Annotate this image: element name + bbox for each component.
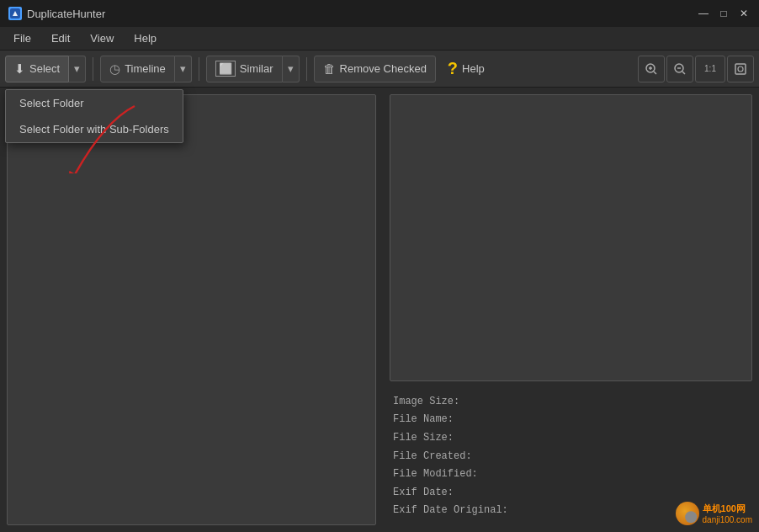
timeline-icon: ◷ [109, 61, 120, 77]
watermark: 单机100网 danji100.com [676, 502, 752, 525]
image-size-row: Image Size: [393, 393, 749, 412]
select-folder-option[interactable]: Select Folder [6, 90, 183, 116]
file-name-row: File Name: [393, 411, 749, 429]
remove-icon: 🗑 [323, 61, 336, 76]
toolbar: ⬇ Select ▾ ◷ Timeline ▾ ⬜ Similar ▾ 🗑 Re… [0, 51, 759, 88]
similar-label: Similar [240, 62, 273, 75]
zoom-1to1-button[interactable]: 1:1 [695, 56, 725, 82]
close-button[interactable]: ✕ [737, 7, 751, 20]
file-created-row: File Created: [393, 448, 749, 466]
file-name-label: File Name: [393, 413, 454, 425]
file-size-label: File Size: [393, 432, 454, 444]
file-list-area[interactable] [7, 94, 376, 525]
watermark-logo [676, 502, 699, 525]
timeline-button[interactable]: ◷ Timeline [100, 56, 175, 82]
svg-rect-8 [735, 64, 746, 74]
exif-date-original-label: Exif Date Original: [393, 504, 508, 516]
preview-area [390, 94, 752, 381]
toolbar-separator-3 [306, 57, 307, 81]
file-modified-row: File Modified: [393, 466, 749, 484]
remove-checked-label: Remove Checked [340, 62, 427, 75]
select-dropdown-menu: Select Folder Select Folder with Sub-Fol… [5, 89, 183, 143]
help-button[interactable]: ? Help [439, 55, 493, 82]
watermark-line2: danji100.com [703, 515, 752, 524]
menu-help[interactable]: Help [124, 29, 167, 48]
menubar: File Edit View Help [0, 27, 759, 51]
zoom-in-button[interactable] [638, 56, 665, 82]
svg-line-4 [654, 72, 656, 74]
chevron-down-icon-2: ▾ [180, 62, 186, 75]
app-icon [8, 7, 22, 20]
toolbar-separator-1 [93, 57, 93, 81]
right-panel: Image Size: File Name: File Size: File C… [383, 88, 759, 532]
similar-button[interactable]: ⬜ Similar [206, 56, 283, 82]
exif-date-label: Exif Date: [393, 487, 454, 498]
menu-file[interactable]: File [3, 29, 41, 48]
remove-checked-button[interactable]: 🗑 Remove Checked [314, 56, 436, 82]
titlebar: DuplicateHunter — □ ✕ [0, 0, 759, 27]
svg-point-9 [738, 66, 743, 72]
left-panel [0, 88, 383, 532]
help-icon: ? [448, 59, 458, 78]
file-created-label: File Created: [393, 450, 472, 462]
zoom-controls: 1:1 [638, 56, 754, 82]
select-dropdown-toggle[interactable]: ▾ [69, 56, 86, 82]
watermark-line1: 单机100网 [703, 503, 746, 515]
select-label: Select [29, 62, 60, 75]
minimize-button[interactable]: — [697, 7, 710, 20]
exif-date-row: Exif Date: [393, 484, 749, 503]
timeline-label: Timeline [125, 62, 166, 75]
select-folder-subfolders-option[interactable]: Select Folder with Sub-Folders [6, 116, 183, 142]
help-label: Help [462, 62, 485, 75]
svg-line-7 [682, 72, 685, 74]
similar-dropdown-toggle[interactable]: ▾ [283, 56, 300, 82]
timeline-dropdown-toggle[interactable]: ▾ [175, 56, 192, 82]
menu-view[interactable]: View [80, 29, 124, 48]
select-icon: ⬇ [14, 61, 25, 77]
menu-edit[interactable]: Edit [41, 29, 80, 48]
file-modified-label: File Modified: [393, 468, 478, 480]
chevron-down-icon: ▾ [74, 62, 80, 75]
zoom-fit-button[interactable] [727, 56, 754, 82]
toolbar-separator-2 [199, 57, 199, 81]
similar-icon: ⬜ [215, 61, 236, 77]
image-size-label: Image Size: [393, 396, 459, 407]
chevron-down-icon-3: ▾ [288, 62, 294, 75]
maximize-button[interactable]: □ [717, 7, 730, 20]
zoom-out-button[interactable] [666, 56, 693, 82]
select-button[interactable]: ⬇ Select [5, 56, 69, 82]
file-size-row: File Size: [393, 429, 749, 448]
main-content: Image Size: File Name: File Size: File C… [0, 88, 759, 532]
window-controls: — □ ✕ [697, 7, 751, 20]
zoom-1to1-label: 1:1 [704, 64, 716, 73]
app-title: DuplicateHunter [27, 8, 697, 20]
